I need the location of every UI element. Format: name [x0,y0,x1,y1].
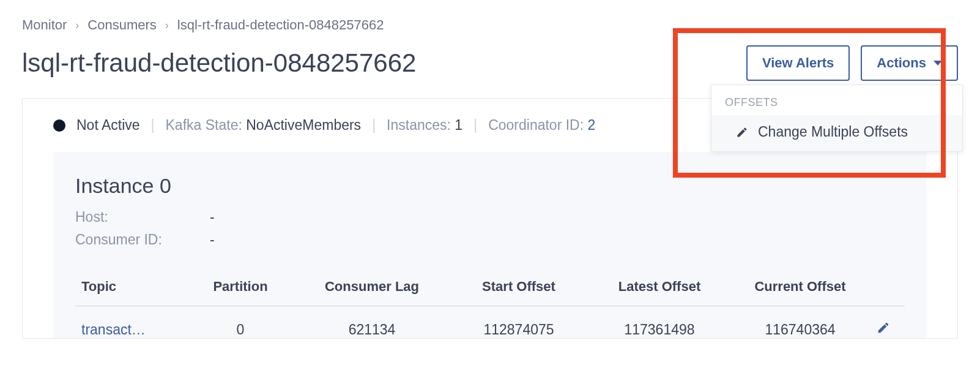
col-start-offset: Start Offset [448,279,589,295]
page-title: lsql-rt-fraud-detection-0848257662 [22,48,416,78]
dropdown-item-label: Change Multiple Offsets [758,124,908,140]
breadcrumb: Monitor › Consumers › lsql-rt-fraud-dete… [0,0,980,33]
consumer-id-value: - [210,232,905,248]
caret-down-icon [934,61,942,66]
divider: | [372,117,376,134]
instances-label: Instances: [387,117,451,133]
dropdown-item-change-offsets[interactable]: Change Multiple Offsets [711,115,962,151]
col-topic: Topic [75,279,185,295]
coordinator-value-text[interactable]: 2 [587,117,595,133]
cell-latest-offset: 117361498 [589,322,730,338]
pencil-icon [736,126,748,138]
host-label: Host: [75,209,210,225]
cell-current-offset: 116740364 [730,322,870,338]
cell-partition: 0 [185,322,295,338]
actions-button[interactable]: Actions [861,45,958,81]
divider: | [473,117,477,134]
table-row: transact… 0 621134 112874075 117361498 1… [75,306,905,338]
cell-topic[interactable]: transact… [75,322,185,338]
cell-start-offset: 112874075 [448,322,589,338]
instances-value-text: 1 [455,117,462,133]
dropdown-section-label: OFFSETS [711,85,962,115]
table-header-row: Topic Partition Consumer Lag Start Offse… [75,270,905,306]
breadcrumb-current: lsql-rt-fraud-detection-0848257662 [177,17,384,33]
col-latest-offset: Latest Offset [589,279,730,295]
breadcrumb-link-monitor[interactable]: Monitor [22,17,67,33]
status-dot-icon [53,119,65,132]
header-actions: View Alerts Actions OFFSETS Change Multi… [746,45,958,81]
cell-consumer-lag: 621134 [295,322,448,338]
view-alerts-label: View Alerts [762,55,834,71]
breadcrumb-link-consumers[interactable]: Consumers [87,17,156,33]
kafka-state-value-text: NoActiveMembers [246,117,361,133]
kafka-state-label: Kafka State: [166,117,242,133]
instance-panel: Instance 0 Host: - Consumer ID: - Topic … [53,152,927,338]
col-current-offset: Current Offset [730,279,870,295]
edit-offset-button[interactable] [870,321,907,338]
actions-label: Actions [877,55,926,71]
host-value: - [210,209,905,225]
offsets-table: Topic Partition Consumer Lag Start Offse… [75,270,905,338]
instance-title: Instance 0 [75,174,905,198]
status-activity: Not Active [76,117,140,134]
divider: | [151,117,155,134]
chevron-right-icon: › [75,19,79,32]
consumer-id-label: Consumer ID: [75,232,210,248]
actions-dropdown: OFFSETS Change Multiple Offsets [711,85,963,152]
coordinator-label: Coordinator ID: [488,117,584,133]
chevron-right-icon: › [165,19,169,32]
col-consumer-lag: Consumer Lag [295,279,448,295]
pencil-icon [877,322,890,337]
col-partition: Partition [185,279,295,295]
view-alerts-button[interactable]: View Alerts [746,45,850,81]
